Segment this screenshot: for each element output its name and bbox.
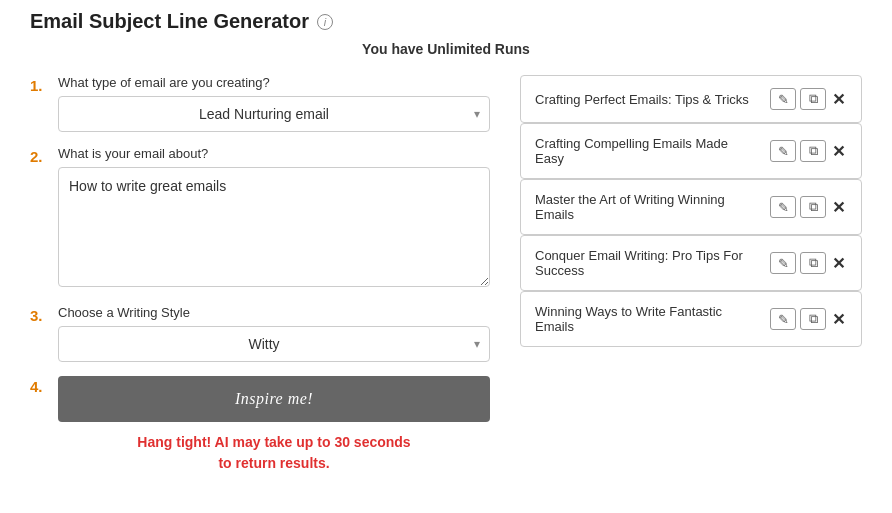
form-row-step1: 1. What type of email are you creating? … xyxy=(30,75,490,132)
unlimited-runs-label: You have Unlimited Runs xyxy=(30,41,862,57)
edit-button[interactable]: ✎ xyxy=(770,88,796,110)
right-panel: Crafting Perfect Emails: Tips & Tricks ✎… xyxy=(520,75,862,347)
page-container: Email Subject Line Generator i You have … xyxy=(0,0,892,508)
form-field-step2: What is your email about? How to write g… xyxy=(58,146,490,291)
result-text: Crafting Perfect Emails: Tips & Tricks xyxy=(535,92,760,107)
step2-label: What is your email about? xyxy=(58,146,490,161)
results-container: Crafting Perfect Emails: Tips & Tricks ✎… xyxy=(520,75,862,347)
close-button[interactable]: ✕ xyxy=(830,142,847,161)
result-item: Master the Art of Writing Winning Emails… xyxy=(520,179,862,235)
step3-number: 3. xyxy=(30,305,48,324)
email-type-wrapper: Lead Nurturing email Newsletter Promotio… xyxy=(58,96,490,132)
result-text: Conquer Email Writing: Pro Tips For Succ… xyxy=(535,248,760,278)
step3-label: Choose a Writing Style xyxy=(58,305,490,320)
result-actions: ✎ ⧉ ✕ xyxy=(770,196,847,218)
result-text: Master the Art of Writing Winning Emails xyxy=(535,192,760,222)
info-icon[interactable]: i xyxy=(317,14,333,30)
close-button[interactable]: ✕ xyxy=(830,198,847,217)
inspire-button[interactable]: Inspire me! xyxy=(58,376,490,422)
email-type-select[interactable]: Lead Nurturing email Newsletter Promotio… xyxy=(58,96,490,132)
left-panel: 1. What type of email are you creating? … xyxy=(30,75,490,488)
result-actions: ✎ ⧉ ✕ xyxy=(770,140,847,162)
result-item: Winning Ways to Write Fantastic Emails ✎… xyxy=(520,291,862,347)
result-item: Crafting Compelling Emails Made Easy ✎ ⧉… xyxy=(520,123,862,179)
edit-button[interactable]: ✎ xyxy=(770,308,796,330)
result-actions: ✎ ⧉ ✕ xyxy=(770,88,847,110)
result-actions: ✎ ⧉ ✕ xyxy=(770,308,847,330)
form-row-step2: 2. What is your email about? How to writ… xyxy=(30,146,490,291)
form-field-step3: Choose a Writing Style Witty Professiona… xyxy=(58,305,490,362)
copy-button[interactable]: ⧉ xyxy=(800,308,826,330)
main-layout: 1. What type of email are you creating? … xyxy=(30,75,862,488)
step1-number: 1. xyxy=(30,75,48,94)
copy-button[interactable]: ⧉ xyxy=(800,88,826,110)
copy-button[interactable]: ⧉ xyxy=(800,252,826,274)
close-button[interactable]: ✕ xyxy=(830,254,847,273)
edit-button[interactable]: ✎ xyxy=(770,252,796,274)
result-item: Conquer Email Writing: Pro Tips For Succ… xyxy=(520,235,862,291)
writing-style-select[interactable]: Witty Professional Casual Formal Urgent xyxy=(58,326,490,362)
result-text: Crafting Compelling Emails Made Easy xyxy=(535,136,760,166)
copy-button[interactable]: ⧉ xyxy=(800,140,826,162)
wait-message: Hang tight! AI may take up to 30 seconds… xyxy=(58,432,490,474)
form-field-step1: What type of email are you creating? Lea… xyxy=(58,75,490,132)
form-row-step4: 4. Inspire me! Hang tight! AI may take u… xyxy=(30,376,490,474)
edit-button[interactable]: ✎ xyxy=(770,140,796,162)
close-button[interactable]: ✕ xyxy=(830,310,847,329)
step2-number: 2. xyxy=(30,146,48,165)
email-about-textarea[interactable]: How to write great emails xyxy=(58,167,490,287)
result-item: Crafting Perfect Emails: Tips & Tricks ✎… xyxy=(520,75,862,123)
edit-button[interactable]: ✎ xyxy=(770,196,796,218)
step1-label: What type of email are you creating? xyxy=(58,75,490,90)
close-button[interactable]: ✕ xyxy=(830,90,847,109)
result-actions: ✎ ⧉ ✕ xyxy=(770,252,847,274)
writing-style-wrapper: Witty Professional Casual Formal Urgent … xyxy=(58,326,490,362)
copy-button[interactable]: ⧉ xyxy=(800,196,826,218)
page-title: Email Subject Line Generator xyxy=(30,10,309,33)
step4-number: 4. xyxy=(30,376,48,395)
form-row-step3: 3. Choose a Writing Style Witty Professi… xyxy=(30,305,490,362)
header-section: Email Subject Line Generator i xyxy=(30,10,862,33)
form-field-step4: Inspire me! Hang tight! AI may take up t… xyxy=(58,376,490,474)
result-text: Winning Ways to Write Fantastic Emails xyxy=(535,304,760,334)
